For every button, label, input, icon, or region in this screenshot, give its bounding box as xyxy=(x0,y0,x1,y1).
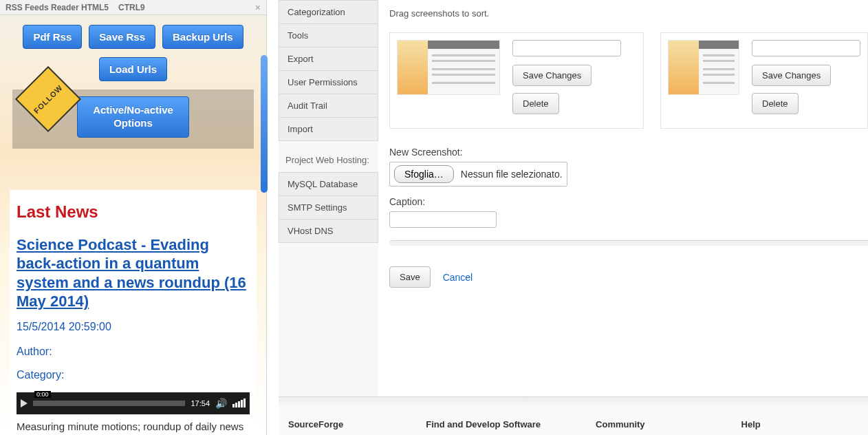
news-summary: Measuring minute motions; roundup of dai… xyxy=(17,420,250,436)
save-changes-button[interactable]: Save Changes xyxy=(512,65,592,86)
news-author-label: Author: xyxy=(17,346,250,358)
screenshot-caption-input[interactable] xyxy=(512,40,621,56)
screenshot-thumbnail[interactable] xyxy=(668,40,739,95)
audio-duration: 17:54 xyxy=(191,399,210,407)
screenshot-card[interactable]: Save Changes Delete xyxy=(660,32,868,129)
sidebar-item-smtp[interactable]: SMTP Settings xyxy=(279,196,378,220)
page-footer: SourceForge Find and Develop Software Co… xyxy=(279,396,868,435)
volume-bars[interactable] xyxy=(232,399,246,407)
screenshot-thumbnail[interactable] xyxy=(397,40,500,95)
browse-button[interactable]: Sfoglia… xyxy=(394,165,454,183)
panel-title: RSS Feeds Reader HTML5 xyxy=(6,3,109,12)
sidebar-item-categorization[interactable]: Categorization xyxy=(279,1,378,24)
active-options-button[interactable]: Active/No-active Options xyxy=(77,96,189,138)
screenshot-card[interactable]: Save Changes Delete xyxy=(389,32,644,129)
audio-track[interactable]: 0:00 xyxy=(33,401,185,406)
volume-icon[interactable]: 🔊 xyxy=(215,398,227,409)
drag-hint: Drag screenshots to sort. xyxy=(389,8,868,19)
sidebar-item-export[interactable]: Export xyxy=(279,47,378,71)
delete-button[interactable]: Delete xyxy=(752,93,799,114)
footer-col-find[interactable]: Find and Develop Software xyxy=(426,419,541,429)
backup-urls-button[interactable]: Backup Urls xyxy=(162,25,243,49)
admin-sidebar: Categorization Tools Export User Permiss… xyxy=(279,0,378,435)
divider xyxy=(389,240,868,246)
sidebar-item-user-permissions[interactable]: User Permissions xyxy=(279,71,378,94)
load-urls-button[interactable]: Load Urls xyxy=(99,57,167,81)
panel-shortcut: CTRL9 xyxy=(118,3,145,12)
sidebar-item-mysql[interactable]: MySQL Database xyxy=(279,173,378,196)
delete-button[interactable]: Delete xyxy=(512,93,559,114)
pdf-rss-button[interactable]: Pdf Rss xyxy=(23,25,82,49)
news-category-label: Category: xyxy=(17,369,250,381)
last-news-heading: Last News xyxy=(17,202,250,222)
save-rss-button[interactable]: Save Rss xyxy=(89,25,155,49)
rss-sidebar-panel: RSS Feeds Reader HTML5 CTRL9 × Pdf Rss S… xyxy=(0,0,267,435)
cancel-link[interactable]: Cancel xyxy=(443,272,473,283)
caption-input[interactable] xyxy=(389,211,497,228)
sidebar-item-audit-trail[interactable]: Audit Trail xyxy=(279,94,378,118)
new-screenshot-label: New Screenshot: xyxy=(389,147,868,158)
news-title-link[interactable]: Science Podcast - Evading back-action in… xyxy=(17,235,250,311)
audio-position: 0:00 xyxy=(34,391,51,398)
hosting-section-label: Project Web Hosting: xyxy=(279,141,378,172)
screenshot-caption-input[interactable] xyxy=(752,40,860,56)
footer-col-sourceforge[interactable]: SourceForge xyxy=(288,419,343,429)
save-changes-button[interactable]: Save Changes xyxy=(752,65,831,86)
sidebar-item-tools[interactable]: Tools xyxy=(279,24,378,47)
save-button[interactable]: Save xyxy=(389,266,431,288)
news-card: Last News Science Podcast - Evading back… xyxy=(10,190,257,436)
no-file-text: Nessun file selezionato. xyxy=(461,169,563,180)
sidebar-item-vhost[interactable]: VHost DNS xyxy=(279,220,378,242)
close-icon[interactable]: × xyxy=(255,2,261,13)
caption-label: Caption: xyxy=(389,196,868,207)
panel-titlebar: RSS Feeds Reader HTML5 CTRL9 × xyxy=(0,0,266,15)
footer-col-community[interactable]: Community xyxy=(596,419,645,429)
screenshots-editor: Drag screenshots to sort. Save Changes D… xyxy=(382,0,868,435)
file-input-wrap: Sfoglia… Nessun file selezionato. xyxy=(389,162,567,187)
footer-col-help[interactable]: Help xyxy=(741,419,761,429)
news-date: 15/5/2014 20:59:00 xyxy=(17,321,250,333)
panel-resize-handle[interactable] xyxy=(261,55,268,193)
audio-player[interactable]: 0:00 17:54 🔊 xyxy=(17,392,250,414)
play-icon[interactable] xyxy=(21,399,28,407)
sidebar-item-import[interactable]: Import xyxy=(279,118,378,140)
